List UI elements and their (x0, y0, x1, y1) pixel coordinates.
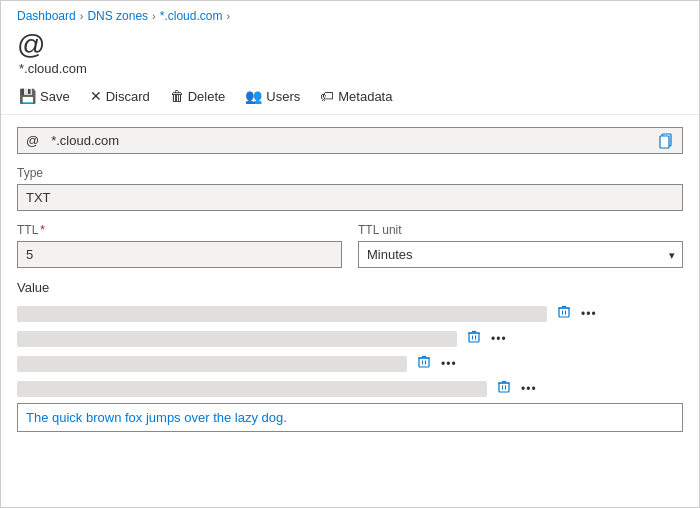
name-prefix: @ (18, 128, 47, 153)
value-input-row (17, 403, 683, 432)
page-header: @ *.cloud.com (1, 27, 699, 78)
discard-button[interactable]: ✕ Discard (88, 84, 152, 108)
metadata-icon: 🏷 (320, 88, 334, 104)
users-label: Users (266, 89, 300, 104)
value-bar-4 (17, 381, 487, 397)
discard-label: Discard (106, 89, 150, 104)
value-text-input[interactable] (17, 403, 683, 432)
save-icon: 💾 (19, 88, 36, 104)
save-label: Save (40, 89, 70, 104)
more-actions-4-button[interactable]: ••• (517, 380, 541, 398)
trash-icon (497, 380, 511, 394)
more-actions-3-button[interactable]: ••• (437, 355, 461, 373)
svg-rect-17 (499, 383, 509, 392)
breadcrumb-dashboard[interactable]: Dashboard (17, 9, 76, 23)
svg-rect-1 (660, 136, 669, 148)
ttl-unit-select[interactable]: Seconds Minutes Hours Days (358, 241, 683, 268)
value-row-2: ••• (17, 328, 683, 349)
trash-icon (557, 305, 571, 319)
name-input-wrapper: @ (17, 127, 683, 154)
breadcrumb-sep-3: › (226, 10, 230, 22)
value-actions-4: ••• (495, 378, 541, 399)
delete-label: Delete (188, 89, 226, 104)
type-section: Type (17, 166, 683, 211)
save-button[interactable]: 💾 Save (17, 84, 72, 108)
metadata-label: Metadata (338, 89, 392, 104)
delete-value-3-button[interactable] (415, 353, 433, 374)
ttl-row: TTL* TTL unit Seconds Minutes Hours Days… (17, 223, 683, 268)
value-row-1: ••• (17, 303, 683, 324)
record-type-icon: @ (17, 31, 683, 59)
trash-icon (467, 330, 481, 344)
breadcrumb-dns-zones[interactable]: DNS zones (87, 9, 148, 23)
page-title: *.cloud.com (17, 61, 683, 76)
value-bar-2 (17, 331, 457, 347)
type-input[interactable] (17, 184, 683, 211)
value-row-4: ••• (17, 378, 683, 399)
breadcrumb-zone[interactable]: *.cloud.com (160, 9, 223, 23)
breadcrumb-sep-2: › (152, 10, 156, 22)
name-input[interactable] (47, 128, 650, 153)
users-button[interactable]: 👥 Users (243, 84, 302, 108)
ttl-unit-select-wrapper: Seconds Minutes Hours Days ▾ (358, 241, 683, 268)
value-actions-3: ••• (415, 353, 461, 374)
content-area: Copy to clipboard @ Type (1, 115, 699, 507)
value-row-3: ••• (17, 353, 683, 374)
more-actions-2-button[interactable]: ••• (487, 330, 511, 348)
delete-value-4-button[interactable] (495, 378, 513, 399)
name-row: Copy to clipboard @ (17, 127, 683, 154)
clipboard-icon (658, 133, 674, 149)
delete-button[interactable]: 🗑 Delete (168, 84, 228, 108)
value-bar-1 (17, 306, 547, 322)
value-actions-2: ••• (465, 328, 511, 349)
delete-value-1-button[interactable] (555, 303, 573, 324)
copy-to-clipboard-button[interactable] (650, 129, 682, 153)
ttl-required: * (40, 223, 45, 237)
ttl-input[interactable] (17, 241, 342, 268)
users-icon: 👥 (245, 88, 262, 104)
svg-rect-12 (419, 358, 429, 367)
value-bar-3 (17, 356, 407, 372)
discard-icon: ✕ (90, 88, 102, 104)
breadcrumb-sep-1: › (80, 10, 84, 22)
delete-icon: 🗑 (170, 88, 184, 104)
main-window: Dashboard › DNS zones › *.cloud.com › @ … (0, 0, 700, 508)
ttl-section: TTL* (17, 223, 342, 268)
svg-rect-2 (559, 308, 569, 317)
ttl-unit-label: TTL unit (358, 223, 683, 237)
breadcrumb: Dashboard › DNS zones › *.cloud.com › (1, 1, 699, 27)
svg-rect-7 (469, 333, 479, 342)
trash-icon (417, 355, 431, 369)
ttl-unit-section: TTL unit Seconds Minutes Hours Days ▾ (358, 223, 683, 268)
delete-value-2-button[interactable] (465, 328, 483, 349)
toolbar: 💾 Save ✕ Discard 🗑 Delete 👥 Users 🏷 Meta… (1, 78, 699, 115)
value-actions-1: ••• (555, 303, 601, 324)
value-section: Value ••• (17, 280, 683, 432)
ttl-label: TTL* (17, 223, 342, 237)
value-section-label: Value (17, 280, 683, 295)
type-label: Type (17, 166, 683, 180)
metadata-button[interactable]: 🏷 Metadata (318, 84, 394, 108)
more-actions-1-button[interactable]: ••• (577, 305, 601, 323)
